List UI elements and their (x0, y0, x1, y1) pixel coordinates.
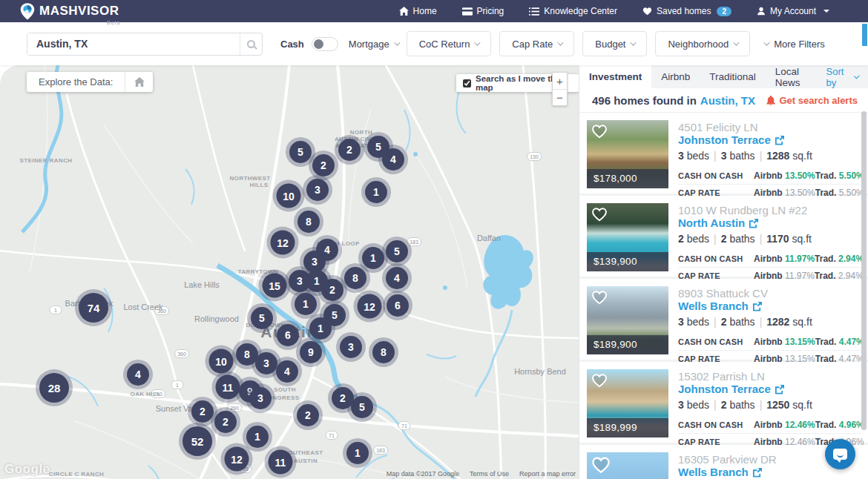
map-cluster[interactable]: 2 (321, 279, 343, 301)
map-cluster[interactable]: 1 (295, 293, 317, 315)
cap-airbnb-value: 11.97% (785, 271, 815, 281)
map-cluster[interactable]: 10 (209, 349, 234, 374)
map-cluster[interactable]: 3 (255, 352, 277, 374)
terms-of-use-link[interactable]: Terms of Use (470, 470, 509, 478)
nav-knowledge-center[interactable]: Knowledge Center (529, 6, 617, 16)
map-cluster[interactable]: 2 (191, 400, 214, 423)
map-cluster[interactable]: 8 (372, 341, 395, 363)
cash-mortgage-toggle[interactable] (312, 37, 338, 51)
map-cluster[interactable]: 3 (306, 179, 329, 201)
neighborhood-filter[interactable]: Neighborhood (655, 31, 750, 56)
map-cluster[interactable]: 8 (297, 211, 320, 233)
favorite-heart-icon[interactable] (591, 207, 608, 222)
property-photo[interactable] (587, 452, 668, 479)
tab-local-news[interactable]: Local News (766, 65, 826, 88)
cap-rate-label: Cap Rate (512, 39, 553, 50)
favorite-heart-icon[interactable] (591, 290, 608, 305)
explore-home-button[interactable] (125, 72, 153, 92)
more-filters-button[interactable]: More Filters (763, 39, 825, 50)
map-cluster[interactable]: 52 (183, 426, 212, 456)
map-cluster[interactable]: 1 (362, 247, 384, 269)
nav-home[interactable]: Home (399, 6, 437, 16)
favorite-heart-icon[interactable] (591, 124, 608, 139)
favorite-heart-icon[interactable] (591, 373, 608, 388)
map-cluster[interactable]: 12 (358, 294, 382, 319)
map-cluster[interactable]: 4 (382, 148, 404, 171)
map-cluster[interactable]: 1 (365, 181, 387, 203)
search-button[interactable] (240, 33, 262, 55)
property-photo[interactable]: $178,000 (587, 120, 668, 188)
coc-return-filter[interactable]: CoC Return (407, 31, 492, 56)
map-cluster[interactable]: 12 (225, 447, 249, 472)
map-cluster[interactable]: 2 (338, 139, 361, 161)
budget-filter[interactable]: Budget (582, 31, 647, 56)
page-scrollbar-thumb[interactable] (862, 24, 867, 46)
map-cluster[interactable]: 2 (214, 411, 237, 433)
search-as-move-checkbox[interactable] (463, 79, 471, 87)
baths-count: 2 (721, 233, 727, 245)
map-cluster[interactable]: 2 (297, 404, 319, 426)
nav-saved-homes[interactable]: Saved homes 2 (642, 6, 731, 16)
mashvisor-logo[interactable]: MASHVISOR Beta (20, 1, 119, 21)
listing-neighborhood-link[interactable]: Johnston Terrace (678, 133, 861, 147)
map-cluster[interactable]: 9 (300, 341, 322, 363)
listing-card[interactable]: $189,999 15302 Parrish LN Johnston Terra… (579, 362, 868, 445)
zoom-out-button[interactable]: − (553, 89, 567, 105)
sort-by-dropdown[interactable]: Sort by (826, 66, 868, 88)
favorite-heart-icon[interactable] (591, 456, 611, 474)
get-search-alerts-button[interactable]: Get search alerts (766, 95, 858, 106)
map-cluster[interactable]: 15 (263, 274, 287, 298)
map-cluster[interactable]: 2 (312, 154, 335, 176)
mortgage-dropdown[interactable]: Mortgage (349, 39, 398, 50)
listing-neighborhood-link[interactable]: North Austin (678, 217, 861, 230)
map-cluster[interactable]: 12 (271, 231, 295, 255)
map-cluster[interactable]: 1 (246, 426, 269, 448)
map-cluster[interactable]: 1 (309, 317, 332, 340)
map-cluster[interactable]: 74 (79, 293, 108, 323)
map-cluster[interactable]: 5 (351, 396, 373, 418)
property-photo[interactable]: $139,900 (587, 203, 668, 271)
map-cluster[interactable]: 1 (346, 442, 369, 464)
map-cluster[interactable]: 3 (249, 387, 272, 409)
listing-neighborhood-link[interactable]: Johnston Terrace (678, 383, 861, 396)
tab-investment[interactable]: Investment (579, 65, 651, 88)
listing-card[interactable]: $178,000 4501 Felicity LN Johnston Terra… (579, 113, 868, 196)
results-city-link[interactable]: Austin, TX (700, 94, 755, 107)
report-map-error-link[interactable]: Report a map error (519, 470, 576, 478)
tab-traditional[interactable]: Traditional (700, 65, 766, 88)
map-canvas[interactable]: 35130130183183717129012903603601AustinBl… (0, 65, 579, 479)
nav-saved-label: Saved homes (657, 6, 711, 16)
property-photo[interactable]: $189,900 (587, 286, 668, 354)
listing-neighborhood-link[interactable]: Wells Branch (678, 300, 861, 313)
map-cluster[interactable]: 6 (277, 324, 299, 346)
map-cluster[interactable]: 4 (127, 363, 149, 386)
listings-scrollbar-thumb[interactable] (861, 111, 867, 430)
map-cluster[interactable]: 5 (289, 141, 312, 163)
map-cluster[interactable]: 5 (386, 240, 408, 262)
airbnb-label: Airbnb (754, 437, 783, 447)
chat-widget-button[interactable] (825, 439, 855, 469)
map-cluster[interactable]: 5 (251, 307, 273, 329)
sqft-unit: sq.ft (792, 150, 812, 162)
cap-rate-filter[interactable]: Cap Rate (499, 31, 574, 56)
search-input[interactable] (27, 33, 240, 55)
zoom-in-button[interactable]: + (553, 73, 567, 89)
map-cluster[interactable]: 6 (387, 294, 409, 317)
nav-pricing[interactable]: Pricing (462, 6, 504, 16)
listing-info: 4501 Felicity LN Johnston Terrace 3 beds… (668, 120, 861, 194)
map-cluster[interactable]: 11 (216, 375, 240, 400)
map-cluster[interactable]: 28 (39, 373, 69, 403)
map-cluster[interactable]: 8 (344, 267, 366, 289)
property-photo[interactable]: $189,999 (587, 369, 668, 437)
map-cluster[interactable]: 11 (269, 450, 293, 475)
map-cluster[interactable]: 10 (277, 184, 301, 208)
baths-count: 2 (721, 399, 727, 411)
map-cluster[interactable]: 4 (276, 360, 298, 383)
map-cluster[interactable]: 3 (340, 336, 362, 358)
map-cluster[interactable]: 4 (386, 267, 408, 289)
tab-airbnb[interactable]: Airbnb (651, 65, 700, 88)
nav-my-account[interactable]: My Account (757, 6, 829, 16)
listing-card[interactable]: $139,900 1010 W Rundberg LN #22 North Au… (579, 196, 868, 279)
listing-card[interactable]: $189,900 8903 Shattuck CV Wells Branch 3… (579, 279, 868, 362)
chat-bubble-icon (833, 449, 847, 460)
